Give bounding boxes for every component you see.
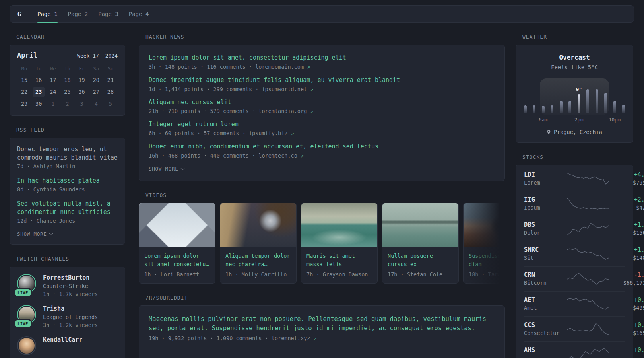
right-column: WEATHER Overcast Feels like 5°C 9° 6am2p… — [516, 23, 633, 358]
weather-bars: 9° — [524, 82, 625, 113]
top-nav: G Page 1Page 2Page 3Page 4 — [10, 5, 634, 23]
twitch-channel-name[interactable]: Trisha — [43, 305, 98, 312]
calendar-day: 21 — [104, 75, 116, 85]
stock-change: +4.35% — [609, 171, 644, 178]
video-title[interactable]: Aliquam tempor dolor nec pharetra… — [225, 252, 291, 268]
video-card[interactable]: Aliquam tempor dolor nec pharetra… 1h · … — [220, 203, 297, 284]
weather-hour-bar — [568, 101, 571, 113]
middle-column: HACKER NEWS Lorem ipsum dolor sit amet, … — [139, 23, 505, 358]
nav-tab-3[interactable]: Page 3 — [93, 6, 124, 22]
app-logo: G — [10, 6, 29, 22]
videos-section-label: VIDEOS — [139, 192, 505, 198]
weekday-label: We — [50, 64, 56, 73]
video-meta: 1h · Molly Carrillo — [225, 271, 291, 278]
hn-item-title[interactable]: Donec imperdiet augue tincidunt felis al… — [149, 76, 495, 85]
calendar-day: 29 — [18, 99, 31, 109]
stock-row[interactable]: CCS Consectetur +0.51% $165.84 — [524, 316, 625, 341]
video-thumbnail[interactable] — [139, 203, 215, 247]
twitch-channel-name[interactable]: ForrestBurton — [43, 274, 98, 281]
weekday-label: Mo — [21, 64, 27, 73]
stock-change: +0.51% — [609, 321, 644, 329]
hn-item: Donec imperdiet augue tincidunt felis al… — [149, 76, 495, 92]
video-thumbnail[interactable] — [301, 203, 377, 247]
subreddit-post-title[interactable]: Maecenas mollis pulvinar erat non posuer… — [149, 315, 495, 333]
nav-tab-2[interactable]: Page 2 — [63, 6, 93, 22]
weather-time-label: 2pm — [574, 117, 584, 123]
hn-item: Donec enim nibh, condimentum et accumsan… — [149, 142, 495, 159]
separator-dot: · — [101, 53, 104, 59]
twitch-channel-row[interactable]: KendallCarr — [17, 336, 118, 358]
weather-feels-like: Feels like 5°C — [524, 64, 625, 70]
stock-sparkline — [567, 222, 609, 235]
calendar-day: 28 — [104, 87, 116, 97]
rss-list: Donec tempor eros leo, ut commodo mauris… — [17, 145, 118, 224]
nav-tab-1[interactable]: Page 1 — [32, 6, 63, 22]
rss-show-more-button[interactable]: SHOW MORE — [17, 231, 52, 237]
stock-row[interactable]: LDI Lorem +4.35% $795.18 — [524, 166, 625, 191]
dashboard: CALENDAR April Week 17·2024 MoTuWeThFrSa… — [0, 23, 644, 358]
hn-item-title[interactable]: Donec enim nibh, condimentum et accumsan… — [149, 142, 495, 151]
stock-change: +1.36% — [609, 246, 644, 253]
twitch-section-label: TWITCH CHANNELS — [10, 256, 125, 262]
video-thumbnail[interactable] — [220, 203, 296, 247]
hn-item-title[interactable]: Integer eget rutrum lorem — [149, 120, 495, 129]
left-column: CALENDAR April Week 17·2024 MoTuWeThFrSa… — [10, 23, 125, 358]
video-card[interactable]: Suspendisse eget diam 18h · Tara — [463, 203, 505, 284]
stock-row[interactable]: SNRC Sit +1.36% $148.64 — [524, 241, 625, 266]
stock-sparkline — [567, 247, 609, 261]
stock-sparkline — [567, 172, 609, 185]
hn-item-title[interactable]: Aliquam nec cursus elit — [149, 98, 495, 107]
video-card[interactable]: Lorem ipsum dolor sit amet consectetu… 1… — [139, 203, 215, 284]
video-thumbnail[interactable] — [382, 203, 458, 247]
nav-tab-4[interactable]: Page 4 — [124, 6, 154, 22]
calendar-day: 2 — [61, 99, 74, 109]
stock-sparkline — [567, 197, 609, 210]
avatar: LIVE — [17, 274, 36, 293]
nav-tabs: Page 1Page 2Page 3Page 4 — [32, 6, 154, 22]
video-thumbnail[interactable] — [464, 203, 505, 247]
weather-location-text: Prague, Czechia — [554, 129, 602, 135]
rss-item: Sed volutpat nulla nisl, a condimentum n… — [17, 200, 118, 224]
stock-change: +2.84% — [609, 196, 644, 203]
rss-item-title[interactable]: Sed volutpat nulla nisl, a condimentum n… — [17, 200, 118, 216]
video-card[interactable]: Nullam posuere cursus ex 17h · Stefan Co… — [382, 203, 459, 284]
stock-row[interactable]: CRN Bitcorn -1.00% $66,171.48 — [524, 266, 625, 291]
rss-item-title[interactable]: In hac habitasse platea — [17, 177, 118, 185]
calendar-year: 2024 — [105, 53, 118, 59]
video-card[interactable]: Mauris sit amet massa felis 7h · Grayson… — [301, 203, 378, 284]
video-title[interactable]: Mauris sit amet massa felis — [306, 252, 372, 268]
hn-show-more-button[interactable]: SHOW MORE — [149, 166, 184, 172]
hn-item-title[interactable]: Lorem ipsum dolor sit amet, consectetur … — [149, 54, 495, 62]
twitch-channel-category: Counter-Strike — [43, 283, 98, 290]
twitch-channel-row[interactable]: LIVE Trisha League of Legends 3h · 1.2k … — [17, 305, 118, 329]
calendar-day: 30 — [33, 99, 45, 109]
weather-time-label: 10pm — [609, 117, 621, 123]
stock-name: Amet — [524, 305, 567, 311]
stock-row[interactable]: IIG Ipsum +2.84% $42.04 — [524, 191, 625, 216]
twitch-channel-name[interactable]: KendallCarr — [43, 336, 82, 343]
twitch-channel-category — [43, 345, 82, 352]
stock-row[interactable]: AHS +0.46% — [524, 341, 625, 358]
stock-row[interactable]: DBS Dolor +1.42% $156.28 — [524, 216, 625, 241]
stock-name: Consectetur — [524, 330, 567, 337]
stock-row[interactable]: AET Amet +0.92% $499.72 — [524, 291, 625, 316]
video-title[interactable]: Lorem ipsum dolor sit amet consectetu… — [144, 252, 210, 268]
hn-item: Lorem ipsum dolor sit amet, consectetur … — [149, 54, 495, 70]
stock-name: Sit — [524, 255, 567, 261]
calendar-day: 17 — [47, 75, 59, 85]
current-temp-label: 9° — [576, 86, 582, 92]
stock-name — [524, 355, 567, 358]
rss-item-title[interactable]: Donec tempor eros leo, ut commodo mauris… — [17, 145, 118, 162]
hn-item-meta: 16h · 468 points · 440 comments · loremt… — [149, 152, 495, 159]
twitch-channel-row[interactable]: LIVE ForrestBurton Counter-Strike 1h · 1… — [17, 274, 118, 298]
video-title[interactable]: Suspendisse eget diam — [469, 252, 505, 268]
stock-ticker: CCS — [524, 321, 567, 329]
hn-section-label: HACKER NEWS — [139, 34, 505, 40]
video-title[interactable]: Nullam posuere cursus ex — [388, 252, 453, 268]
nav-divider — [29, 6, 29, 22]
weather-hour-bar: 9° — [578, 94, 580, 113]
location-pin-icon — [547, 130, 551, 135]
weekday-label: Th — [64, 64, 70, 73]
live-badge: LIVE — [15, 289, 31, 296]
stock-price: $795.18 — [609, 179, 644, 186]
